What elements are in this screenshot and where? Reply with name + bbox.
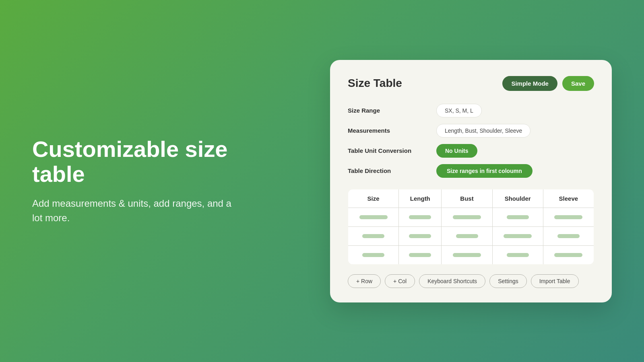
cell-placeholder [504, 234, 532, 238]
add-row-button[interactable]: + Row [348, 274, 381, 288]
cell[interactable] [348, 245, 399, 264]
cell-placeholder [453, 253, 481, 257]
col-bust: Bust [442, 189, 492, 208]
cell[interactable] [442, 245, 492, 264]
cell[interactable] [442, 226, 492, 245]
size-range-row: Size Range SX, S, M, L [348, 104, 594, 117]
cell-placeholder [409, 215, 431, 219]
cell[interactable] [492, 208, 543, 226]
table-header-row: Size Length Bust Shoulder Sleeve [348, 189, 594, 208]
col-length: Length [399, 189, 442, 208]
cell[interactable] [492, 226, 543, 245]
cell[interactable] [399, 208, 442, 226]
card-title: Size Table [348, 77, 402, 90]
table-direction-row: Table Direction Size ranges in first col… [348, 164, 594, 178]
cell-placeholder [453, 215, 481, 219]
header-buttons: Simple Mode Save [502, 76, 594, 91]
save-button[interactable]: Save [562, 76, 594, 91]
size-range-label: Size Range [348, 107, 428, 114]
cell-placeholder [507, 215, 529, 219]
cell-placeholder [456, 234, 478, 238]
cell[interactable] [442, 208, 492, 226]
cell-placeholder [554, 253, 582, 257]
unit-conversion-row: Table Unit Conversion No Units [348, 144, 594, 158]
main-heading: Customizable size table [32, 137, 242, 186]
cell-placeholder [554, 215, 582, 219]
cell[interactable] [543, 226, 594, 245]
main-description: Add measurements & units, add ranges, an… [32, 196, 242, 225]
cell-placeholder [359, 215, 388, 219]
cell-placeholder [557, 234, 580, 238]
settings-button[interactable]: Settings [489, 274, 527, 288]
cell-placeholder [409, 253, 431, 257]
cell[interactable] [348, 226, 399, 245]
col-shoulder: Shoulder [492, 189, 543, 208]
table-row [348, 226, 594, 245]
size-table: Size Length Bust Shoulder Sleeve [348, 189, 594, 265]
measurements-value[interactable]: Length, Bust, Shoulder, Sleeve [436, 124, 530, 138]
cell-placeholder [507, 253, 529, 257]
no-units-button[interactable]: No Units [436, 144, 477, 158]
left-panel: Customizable size table Add measurements… [32, 137, 242, 225]
cell[interactable] [492, 245, 543, 264]
cell[interactable] [348, 208, 399, 226]
fields-section: Size Range SX, S, M, L Measurements Leng… [348, 104, 594, 178]
import-table-button[interactable]: Import Table [531, 274, 579, 288]
col-sleeve: Sleeve [543, 189, 594, 208]
cell[interactable] [399, 245, 442, 264]
table-row [348, 245, 594, 264]
size-range-value[interactable]: SX, S, M, L [436, 104, 482, 117]
simple-mode-button[interactable]: Simple Mode [502, 76, 557, 91]
cell-placeholder [362, 234, 384, 238]
card-header: Size Table Simple Mode Save [348, 76, 594, 91]
measurements-label: Measurements [348, 127, 428, 134]
table-row [348, 208, 594, 226]
size-table-card: Size Table Simple Mode Save Size Range S… [330, 60, 612, 302]
cell[interactable] [543, 245, 594, 264]
keyboard-shortcuts-button[interactable]: Keyboard Shortcuts [419, 274, 485, 288]
cell[interactable] [543, 208, 594, 226]
table-direction-label: Table Direction [348, 167, 428, 174]
cell-placeholder [409, 234, 431, 238]
measurements-row: Measurements Length, Bust, Shoulder, Sle… [348, 124, 594, 138]
add-col-button[interactable]: + Col [385, 274, 415, 288]
table-direction-button[interactable]: Size ranges in first coloumn [436, 164, 533, 178]
cell[interactable] [399, 226, 442, 245]
bottom-buttons: + Row + Col Keyboard Shortcuts Settings … [348, 274, 594, 288]
col-size: Size [348, 189, 399, 208]
cell-placeholder [362, 253, 384, 257]
unit-conversion-label: Table Unit Conversion [348, 147, 428, 154]
